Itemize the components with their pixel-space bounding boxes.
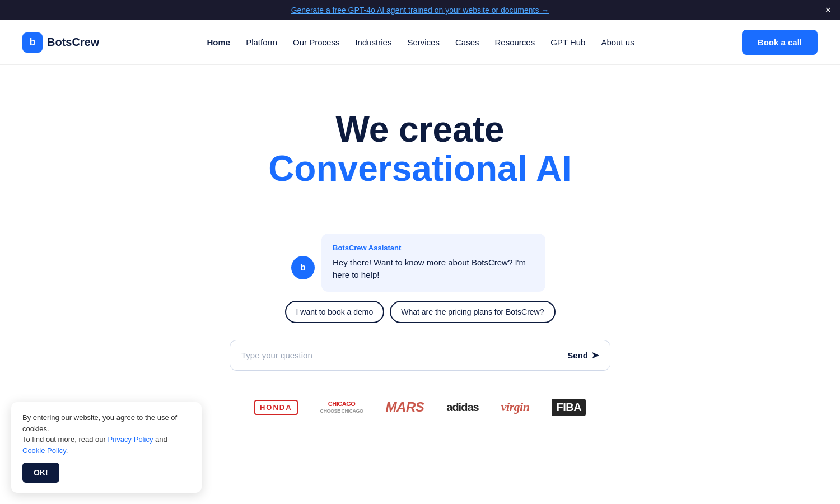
send-button[interactable]: Send ➤ [556, 343, 610, 367]
nav-link-gpt-hub[interactable]: GPT Hub [550, 38, 585, 47]
cookie-banner: By entering our website, you agree to th… [11, 402, 202, 433]
navbar: b BotsCrew HomePlatformOur ProcessIndust… [0, 20, 840, 65]
chat-section: b BotsCrew Assistant Hey there! Want to … [0, 211, 840, 323]
quick-reply-button[interactable]: I want to book a demo [285, 301, 385, 323]
banner-link[interactable]: Generate a free GPT-4o AI agent trained … [291, 6, 549, 15]
quick-reply-button[interactable]: What are the pricing plans for BotsCrew? [390, 301, 555, 323]
nav-link-cases[interactable]: Cases [455, 38, 479, 47]
nav-link-our-process[interactable]: Our Process [293, 38, 339, 47]
send-icon: ➤ [591, 350, 599, 361]
quick-replies: I want to book a demoWhat are the pricin… [285, 301, 556, 323]
assistant-message: Hey there! Want to know more about BotsC… [333, 256, 534, 282]
chat-input-container: Send ➤ [230, 340, 610, 371]
logo-link[interactable]: b BotsCrew [22, 32, 99, 53]
nav-link-platform[interactable]: Platform [246, 38, 277, 47]
cookie-text: By entering our website, you agree to th… [22, 412, 190, 433]
book-call-button[interactable]: Book a call [742, 30, 818, 55]
logo-text: BotsCrew [47, 36, 99, 49]
logo-honda: HONDA [254, 400, 298, 415]
nav-link-about-us[interactable]: About us [601, 38, 634, 47]
assistant-name: BotsCrew Assistant [333, 244, 534, 252]
nav-link-home[interactable]: Home [207, 38, 230, 47]
logo-icon: b [22, 32, 43, 53]
chat-input-section: Send ➤ [0, 323, 840, 382]
nav-link-services[interactable]: Services [407, 38, 440, 47]
logo-adidas: adidas [446, 401, 478, 414]
logo-virgin: virgin [501, 400, 530, 414]
hero-section: We create Conversational AI [0, 65, 840, 211]
logo-chicago: CHICAGOCHOOSE CHICAGO [320, 400, 363, 414]
chat-bubble-area: b BotsCrew Assistant Hey there! Want to … [291, 234, 549, 292]
chat-input[interactable] [230, 340, 556, 370]
banner-close-button[interactable]: × [825, 5, 831, 15]
nav-link-resources[interactable]: Resources [495, 38, 535, 47]
logo-fiba: FIBA [552, 399, 586, 416]
nav-link-industries[interactable]: Industries [355, 38, 391, 47]
nav-links: HomePlatformOur ProcessIndustriesService… [207, 38, 634, 48]
announcement-banner: Generate a free GPT-4o AI agent trained … [0, 0, 840, 20]
hero-title-line2: Conversational AI [11, 149, 829, 188]
hero-title-line1: We create [11, 110, 829, 149]
chat-bubble: BotsCrew Assistant Hey there! Want to kn… [321, 234, 545, 292]
logo-mars: MARS [386, 399, 424, 415]
send-label: Send [567, 351, 588, 360]
bot-avatar: b [291, 256, 315, 279]
